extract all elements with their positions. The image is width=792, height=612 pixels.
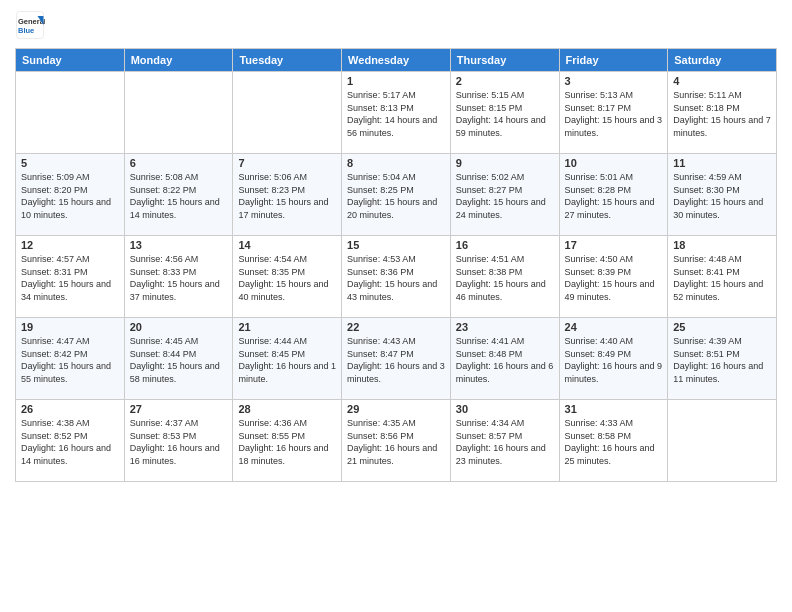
day-number: 3	[565, 75, 663, 87]
day-number: 6	[130, 157, 228, 169]
day-number: 16	[456, 239, 554, 251]
day-info: Sunrise: 5:06 AM Sunset: 8:23 PM Dayligh…	[238, 171, 336, 221]
calendar-cell: 4Sunrise: 5:11 AM Sunset: 8:18 PM Daylig…	[668, 72, 777, 154]
calendar-cell: 15Sunrise: 4:53 AM Sunset: 8:36 PM Dayli…	[342, 236, 451, 318]
col-friday: Friday	[559, 49, 668, 72]
header: General Blue	[15, 10, 777, 40]
day-number: 17	[565, 239, 663, 251]
calendar-cell: 14Sunrise: 4:54 AM Sunset: 8:35 PM Dayli…	[233, 236, 342, 318]
calendar-cell	[668, 400, 777, 482]
col-saturday: Saturday	[668, 49, 777, 72]
day-number: 1	[347, 75, 445, 87]
day-number: 15	[347, 239, 445, 251]
calendar-cell	[16, 72, 125, 154]
calendar-cell: 29Sunrise: 4:35 AM Sunset: 8:56 PM Dayli…	[342, 400, 451, 482]
calendar-cell: 1Sunrise: 5:17 AM Sunset: 8:13 PM Daylig…	[342, 72, 451, 154]
day-number: 10	[565, 157, 663, 169]
calendar-cell: 9Sunrise: 5:02 AM Sunset: 8:27 PM Daylig…	[450, 154, 559, 236]
day-info: Sunrise: 4:47 AM Sunset: 8:42 PM Dayligh…	[21, 335, 119, 385]
day-number: 8	[347, 157, 445, 169]
calendar-cell: 17Sunrise: 4:50 AM Sunset: 8:39 PM Dayli…	[559, 236, 668, 318]
day-info: Sunrise: 4:45 AM Sunset: 8:44 PM Dayligh…	[130, 335, 228, 385]
calendar-cell: 23Sunrise: 4:41 AM Sunset: 8:48 PM Dayli…	[450, 318, 559, 400]
day-number: 14	[238, 239, 336, 251]
calendar-cell: 16Sunrise: 4:51 AM Sunset: 8:38 PM Dayli…	[450, 236, 559, 318]
day-number: 22	[347, 321, 445, 333]
calendar-cell: 11Sunrise: 4:59 AM Sunset: 8:30 PM Dayli…	[668, 154, 777, 236]
logo: General Blue	[15, 10, 45, 40]
day-info: Sunrise: 4:35 AM Sunset: 8:56 PM Dayligh…	[347, 417, 445, 467]
day-number: 28	[238, 403, 336, 415]
calendar-cell: 12Sunrise: 4:57 AM Sunset: 8:31 PM Dayli…	[16, 236, 125, 318]
day-info: Sunrise: 5:13 AM Sunset: 8:17 PM Dayligh…	[565, 89, 663, 139]
day-number: 9	[456, 157, 554, 169]
calendar-cell: 5Sunrise: 5:09 AM Sunset: 8:20 PM Daylig…	[16, 154, 125, 236]
day-info: Sunrise: 4:43 AM Sunset: 8:47 PM Dayligh…	[347, 335, 445, 385]
day-info: Sunrise: 4:34 AM Sunset: 8:57 PM Dayligh…	[456, 417, 554, 467]
day-info: Sunrise: 4:54 AM Sunset: 8:35 PM Dayligh…	[238, 253, 336, 303]
day-number: 4	[673, 75, 771, 87]
day-info: Sunrise: 5:11 AM Sunset: 8:18 PM Dayligh…	[673, 89, 771, 139]
day-info: Sunrise: 5:04 AM Sunset: 8:25 PM Dayligh…	[347, 171, 445, 221]
col-monday: Monday	[124, 49, 233, 72]
day-info: Sunrise: 5:09 AM Sunset: 8:20 PM Dayligh…	[21, 171, 119, 221]
calendar-cell: 21Sunrise: 4:44 AM Sunset: 8:45 PM Dayli…	[233, 318, 342, 400]
week-row: 5Sunrise: 5:09 AM Sunset: 8:20 PM Daylig…	[16, 154, 777, 236]
day-info: Sunrise: 4:48 AM Sunset: 8:41 PM Dayligh…	[673, 253, 771, 303]
week-row: 12Sunrise: 4:57 AM Sunset: 8:31 PM Dayli…	[16, 236, 777, 318]
day-info: Sunrise: 4:39 AM Sunset: 8:51 PM Dayligh…	[673, 335, 771, 385]
calendar-cell: 3Sunrise: 5:13 AM Sunset: 8:17 PM Daylig…	[559, 72, 668, 154]
calendar-cell: 26Sunrise: 4:38 AM Sunset: 8:52 PM Dayli…	[16, 400, 125, 482]
day-number: 2	[456, 75, 554, 87]
day-number: 12	[21, 239, 119, 251]
day-info: Sunrise: 4:50 AM Sunset: 8:39 PM Dayligh…	[565, 253, 663, 303]
header-row: Sunday Monday Tuesday Wednesday Thursday…	[16, 49, 777, 72]
calendar-cell: 31Sunrise: 4:33 AM Sunset: 8:58 PM Dayli…	[559, 400, 668, 482]
day-info: Sunrise: 4:44 AM Sunset: 8:45 PM Dayligh…	[238, 335, 336, 385]
day-info: Sunrise: 5:02 AM Sunset: 8:27 PM Dayligh…	[456, 171, 554, 221]
day-info: Sunrise: 4:59 AM Sunset: 8:30 PM Dayligh…	[673, 171, 771, 221]
day-number: 13	[130, 239, 228, 251]
calendar-cell: 19Sunrise: 4:47 AM Sunset: 8:42 PM Dayli…	[16, 318, 125, 400]
day-info: Sunrise: 4:57 AM Sunset: 8:31 PM Dayligh…	[21, 253, 119, 303]
week-row: 26Sunrise: 4:38 AM Sunset: 8:52 PM Dayli…	[16, 400, 777, 482]
day-info: Sunrise: 4:37 AM Sunset: 8:53 PM Dayligh…	[130, 417, 228, 467]
day-info: Sunrise: 5:15 AM Sunset: 8:15 PM Dayligh…	[456, 89, 554, 139]
day-number: 5	[21, 157, 119, 169]
calendar-cell: 6Sunrise: 5:08 AM Sunset: 8:22 PM Daylig…	[124, 154, 233, 236]
day-number: 24	[565, 321, 663, 333]
calendar-cell: 20Sunrise: 4:45 AM Sunset: 8:44 PM Dayli…	[124, 318, 233, 400]
calendar-cell: 18Sunrise: 4:48 AM Sunset: 8:41 PM Dayli…	[668, 236, 777, 318]
col-sunday: Sunday	[16, 49, 125, 72]
calendar-cell: 13Sunrise: 4:56 AM Sunset: 8:33 PM Dayli…	[124, 236, 233, 318]
day-number: 19	[21, 321, 119, 333]
day-number: 26	[21, 403, 119, 415]
calendar-cell: 22Sunrise: 4:43 AM Sunset: 8:47 PM Dayli…	[342, 318, 451, 400]
day-number: 27	[130, 403, 228, 415]
calendar-table: Sunday Monday Tuesday Wednesday Thursday…	[15, 48, 777, 482]
page: General Blue Sunday Monday Tuesday Wedne…	[0, 0, 792, 612]
day-number: 30	[456, 403, 554, 415]
calendar-cell: 24Sunrise: 4:40 AM Sunset: 8:49 PM Dayli…	[559, 318, 668, 400]
day-number: 7	[238, 157, 336, 169]
week-row: 1Sunrise: 5:17 AM Sunset: 8:13 PM Daylig…	[16, 72, 777, 154]
day-info: Sunrise: 4:56 AM Sunset: 8:33 PM Dayligh…	[130, 253, 228, 303]
day-info: Sunrise: 4:36 AM Sunset: 8:55 PM Dayligh…	[238, 417, 336, 467]
calendar-cell	[233, 72, 342, 154]
day-number: 25	[673, 321, 771, 333]
calendar-cell: 8Sunrise: 5:04 AM Sunset: 8:25 PM Daylig…	[342, 154, 451, 236]
week-row: 19Sunrise: 4:47 AM Sunset: 8:42 PM Dayli…	[16, 318, 777, 400]
logo-icon: General Blue	[15, 10, 45, 40]
day-number: 23	[456, 321, 554, 333]
calendar-cell: 27Sunrise: 4:37 AM Sunset: 8:53 PM Dayli…	[124, 400, 233, 482]
day-number: 18	[673, 239, 771, 251]
day-number: 20	[130, 321, 228, 333]
day-info: Sunrise: 4:51 AM Sunset: 8:38 PM Dayligh…	[456, 253, 554, 303]
day-info: Sunrise: 5:17 AM Sunset: 8:13 PM Dayligh…	[347, 89, 445, 139]
day-number: 11	[673, 157, 771, 169]
day-info: Sunrise: 4:38 AM Sunset: 8:52 PM Dayligh…	[21, 417, 119, 467]
day-info: Sunrise: 4:53 AM Sunset: 8:36 PM Dayligh…	[347, 253, 445, 303]
calendar-cell: 28Sunrise: 4:36 AM Sunset: 8:55 PM Dayli…	[233, 400, 342, 482]
col-thursday: Thursday	[450, 49, 559, 72]
calendar-cell: 30Sunrise: 4:34 AM Sunset: 8:57 PM Dayli…	[450, 400, 559, 482]
